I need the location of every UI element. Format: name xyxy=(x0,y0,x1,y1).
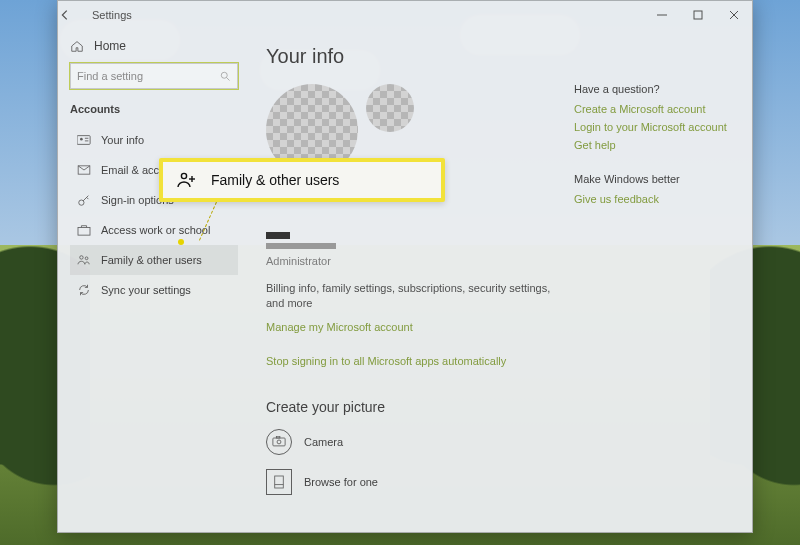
account-role: Administrator xyxy=(266,255,734,267)
help-heading: Have a question? xyxy=(574,83,734,95)
sidebar-item-your-info[interactable]: Your info xyxy=(70,125,238,155)
svg-rect-17 xyxy=(276,436,280,438)
back-button[interactable] xyxy=(58,8,92,22)
svg-point-5 xyxy=(80,138,83,141)
svg-rect-15 xyxy=(273,438,285,446)
page-title: Your info xyxy=(266,45,734,68)
account-name-block xyxy=(266,232,734,249)
sidebar-home-label: Home xyxy=(94,39,126,53)
search-placeholder: Find a setting xyxy=(77,70,143,82)
minimize-icon xyxy=(657,10,667,20)
close-icon xyxy=(729,10,739,20)
sync-icon xyxy=(77,283,91,297)
people-icon xyxy=(177,171,197,189)
sidebar-home[interactable]: Home xyxy=(70,39,238,53)
sidebar-item-label: Your info xyxy=(101,134,144,146)
help-link-get-help[interactable]: Get help xyxy=(574,139,734,151)
sidebar-item-sync-settings[interactable]: Sync your settings xyxy=(70,275,238,305)
help-link-login-account[interactable]: Login to your Microsoft account xyxy=(574,121,734,133)
arrow-left-icon xyxy=(58,8,72,22)
mail-icon xyxy=(77,163,91,177)
browse-icon xyxy=(266,469,292,495)
callout-label: Family & other users xyxy=(211,172,339,188)
close-button[interactable] xyxy=(716,1,752,29)
people-icon xyxy=(77,253,91,267)
titlebar: Settings xyxy=(58,1,752,29)
svg-rect-1 xyxy=(694,11,702,19)
main-content: Your info Administrator Billing info, fa… xyxy=(248,29,752,532)
feedback-heading: Make Windows better xyxy=(574,173,734,185)
picture-option-camera[interactable]: Camera xyxy=(266,429,734,455)
help-link-create-account[interactable]: Create a Microsoft account xyxy=(574,103,734,115)
settings-window: Settings Home Find a setting xyxy=(57,0,753,533)
svg-rect-4 xyxy=(77,136,90,145)
camera-icon xyxy=(266,429,292,455)
sidebar-item-family-other-users[interactable]: Family & other users xyxy=(70,245,238,275)
svg-line-11 xyxy=(87,197,89,199)
picture-option-label: Browse for one xyxy=(304,476,378,488)
svg-rect-18 xyxy=(275,476,284,488)
callout-pointer-dot xyxy=(178,239,184,245)
manage-account-link[interactable]: Manage my Microsoft account xyxy=(266,321,734,333)
billing-description: Billing info, family settings, subscript… xyxy=(266,281,566,311)
svg-rect-12 xyxy=(78,227,90,235)
person-card-icon xyxy=(77,133,91,147)
picture-option-label: Camera xyxy=(304,436,343,448)
briefcase-icon xyxy=(77,223,91,237)
picture-option-browse[interactable]: Browse for one xyxy=(266,469,734,495)
svg-point-14 xyxy=(85,257,88,260)
svg-point-20 xyxy=(181,173,186,178)
svg-line-3 xyxy=(227,78,230,81)
help-panel: Have a question? Create a Microsoft acco… xyxy=(574,83,734,211)
account-email-redacted xyxy=(266,243,336,249)
search-icon xyxy=(219,70,231,82)
account-name-redacted xyxy=(266,232,290,239)
feedback-link[interactable]: Give us feedback xyxy=(574,193,734,205)
sidebar-item-label: Sync your settings xyxy=(101,284,191,296)
sidebar: Home Find a setting Accounts Your info E… xyxy=(58,29,248,532)
stop-signin-link[interactable]: Stop signing in to all Microsoft apps au… xyxy=(266,355,734,367)
maximize-button[interactable] xyxy=(680,1,716,29)
sidebar-item-label: Family & other users xyxy=(101,254,202,266)
window-title: Settings xyxy=(92,9,132,21)
minimize-button[interactable] xyxy=(644,1,680,29)
sidebar-item-access-work-school[interactable]: Access work or school xyxy=(70,215,238,245)
create-picture-heading: Create your picture xyxy=(266,399,734,415)
callout-family-other-users: Family & other users xyxy=(159,158,445,202)
sidebar-category: Accounts xyxy=(70,103,238,115)
avatar-secondary[interactable] xyxy=(366,84,414,132)
svg-point-16 xyxy=(277,440,281,444)
home-icon xyxy=(70,39,84,53)
search-input[interactable]: Find a setting xyxy=(70,63,238,89)
svg-point-2 xyxy=(221,72,227,78)
svg-point-13 xyxy=(80,256,83,259)
key-icon xyxy=(77,193,91,207)
sidebar-item-label: Access work or school xyxy=(101,224,210,236)
maximize-icon xyxy=(693,10,703,20)
